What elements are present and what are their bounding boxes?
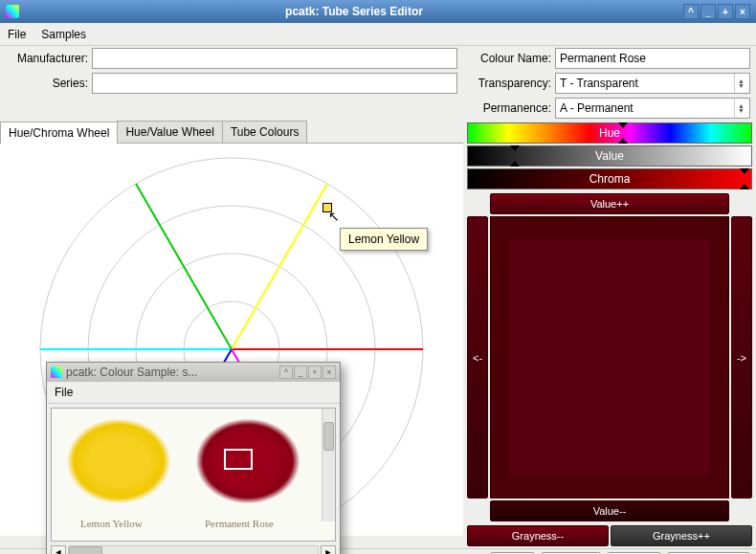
swatch-yellow: [66, 418, 171, 504]
colour-preview: [490, 216, 729, 499]
window-maximize-button[interactable]: +: [718, 4, 733, 19]
vertical-scrollbar[interactable]: [322, 409, 335, 521]
series-label: Series:: [6, 77, 88, 90]
menubar: File Samples: [0, 23, 756, 46]
window-close-button[interactable]: ×: [735, 4, 750, 19]
value-slider[interactable]: Value: [467, 145, 752, 166]
horizontal-scrollbar[interactable]: [68, 545, 319, 554]
titlebar: pcatk: Tube Series Editor ^ _ + ×: [0, 0, 756, 23]
tab-tube-colours[interactable]: Tube Colours: [222, 121, 308, 143]
svg-line-6: [232, 184, 327, 349]
swatch-label-red: Permanent Rose: [205, 518, 274, 529]
grayness-minus-button[interactable]: Grayness--: [467, 525, 609, 546]
tab-hue-chroma[interactable]: Hue/Chroma Wheel: [0, 122, 118, 144]
app-icon: [51, 366, 62, 378]
tabs: Hue/Chroma Wheel Hue/Value Wheel Tube Co…: [0, 121, 463, 144]
menu-file[interactable]: File: [8, 28, 26, 41]
value-plus-button[interactable]: Value++: [490, 193, 729, 214]
window-minimize-button[interactable]: _: [700, 4, 716, 19]
transparency-value: T - Transparent: [560, 77, 638, 90]
sample-titlebar[interactable]: pcatk: Colour Sample: s... ^ _ + ×: [47, 363, 340, 382]
transparency-label: Transparency:: [469, 77, 551, 90]
window-title: pcatk: Tube Series Editor: [25, 5, 683, 18]
swatch-label-yellow: Lemon Yellow: [80, 518, 143, 529]
tooltip: Lemon Yellow: [340, 228, 428, 251]
transparency-select[interactable]: T - Transparent ▲▼: [555, 73, 750, 94]
value-minus-button[interactable]: Value--: [490, 500, 729, 521]
sample-window-title: pcatk: Colour Sample: s...: [66, 366, 279, 379]
dropdown-arrow-icon: ▲▼: [734, 99, 747, 118]
permanence-select[interactable]: A - Permanent ▲▼: [555, 98, 750, 119]
cursor-icon: ↖: [328, 209, 340, 224]
selection-rectangle[interactable]: [224, 449, 253, 470]
grayness-plus-button[interactable]: Grayness++: [611, 525, 752, 546]
scroll-left-button[interactable]: ◄: [51, 545, 66, 554]
colour-name-label: Colour Name:: [469, 52, 551, 65]
scroll-right-button[interactable]: ►: [321, 545, 336, 554]
permanence-value: A - Permanent: [560, 101, 634, 115]
sample-shade-button[interactable]: ^: [279, 366, 293, 379]
svg-line-7: [136, 184, 232, 349]
app-icon: [6, 5, 19, 18]
chroma-indicator-top: [740, 168, 749, 174]
manufacturer-input[interactable]: [92, 48, 457, 69]
hue-indicator-bottom: [618, 138, 628, 144]
colour-name-input[interactable]: [555, 48, 750, 69]
sample-window: pcatk: Colour Sample: s... ^ _ + × File …: [46, 362, 341, 554]
hue-right-button[interactable]: ->: [731, 216, 752, 499]
hue-left-button[interactable]: <-: [467, 216, 488, 499]
chroma-slider[interactable]: Chroma: [467, 168, 752, 189]
window-shade-button[interactable]: ^: [683, 4, 699, 19]
chroma-indicator-bottom: [740, 184, 749, 189]
sample-close-button[interactable]: ×: [322, 366, 336, 379]
sample-maximize-button[interactable]: +: [308, 366, 322, 379]
dropdown-arrow-icon: ▲▼: [734, 74, 747, 93]
value-indicator-top: [510, 145, 520, 151]
tab-hue-value[interactable]: Hue/Value Wheel: [117, 121, 223, 143]
manufacturer-label: Manufacturer:: [6, 52, 88, 65]
sample-image-area[interactable]: Lemon Yellow Permanent Rose: [51, 408, 336, 542]
hue-slider[interactable]: Hue: [467, 122, 752, 144]
menu-samples[interactable]: Samples: [41, 28, 86, 41]
series-input[interactable]: [92, 73, 457, 94]
sample-menu-file[interactable]: File: [47, 382, 340, 404]
hue-indicator-top: [618, 122, 628, 128]
sample-minimize-button[interactable]: _: [294, 366, 307, 379]
value-indicator-bottom: [510, 161, 520, 166]
permanence-label: Permanence:: [469, 101, 551, 115]
